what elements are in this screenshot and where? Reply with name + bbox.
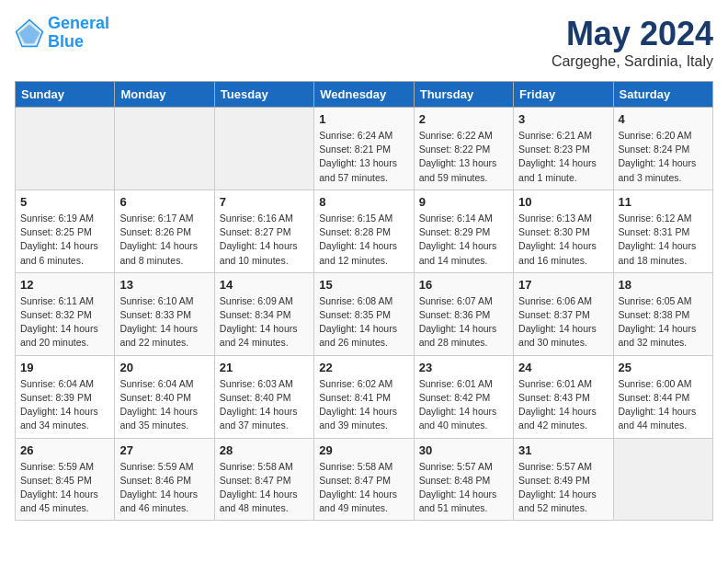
- day-info: Sunrise: 5:58 AM Sunset: 8:47 PM Dayligh…: [220, 460, 309, 516]
- calendar-cell: 24Sunrise: 6:01 AM Sunset: 8:43 PM Dayli…: [514, 355, 613, 438]
- day-info: Sunrise: 6:03 AM Sunset: 8:40 PM Dayligh…: [220, 377, 309, 433]
- day-info: Sunrise: 6:07 AM Sunset: 8:36 PM Dayligh…: [419, 294, 508, 350]
- calendar-cell: 23Sunrise: 6:01 AM Sunset: 8:42 PM Dayli…: [414, 355, 513, 438]
- day-info: Sunrise: 6:12 AM Sunset: 8:31 PM Dayligh…: [619, 212, 708, 268]
- day-info: Sunrise: 6:05 AM Sunset: 8:38 PM Dayligh…: [619, 294, 708, 350]
- calendar-cell: 7Sunrise: 6:16 AM Sunset: 8:27 PM Daylig…: [214, 190, 313, 272]
- calendar-cell: [613, 438, 712, 521]
- day-info: Sunrise: 6:10 AM Sunset: 8:33 PM Dayligh…: [119, 294, 209, 350]
- weekday-header-cell: Thursday: [414, 82, 513, 108]
- calendar-cell: 14Sunrise: 6:09 AM Sunset: 8:34 PM Dayli…: [214, 272, 313, 355]
- day-info: Sunrise: 6:11 AM Sunset: 8:32 PM Dayligh…: [20, 294, 109, 350]
- calendar-cell: 18Sunrise: 6:05 AM Sunset: 8:38 PM Dayli…: [613, 272, 712, 355]
- calendar-cell: 25Sunrise: 6:00 AM Sunset: 8:44 PM Dayli…: [613, 355, 712, 438]
- day-number: 25: [619, 361, 708, 374]
- day-number: 20: [119, 361, 209, 374]
- day-number: 10: [518, 195, 608, 209]
- day-number: 2: [419, 112, 508, 126]
- weekday-header-cell: Saturday: [613, 82, 712, 108]
- calendar-cell: 4Sunrise: 6:20 AM Sunset: 8:24 PM Daylig…: [613, 108, 712, 190]
- day-number: 4: [619, 112, 708, 126]
- calendar-cell: 11Sunrise: 6:12 AM Sunset: 8:31 PM Dayli…: [613, 190, 712, 272]
- day-info: Sunrise: 6:06 AM Sunset: 8:37 PM Dayligh…: [518, 294, 608, 350]
- weekday-header-cell: Wednesday: [314, 82, 414, 108]
- day-number: 29: [319, 443, 408, 457]
- calendar-cell: 13Sunrise: 6:10 AM Sunset: 8:33 PM Dayli…: [115, 272, 214, 355]
- weekday-header-cell: Friday: [514, 82, 613, 108]
- calendar-cell: 27Sunrise: 5:59 AM Sunset: 8:46 PM Dayli…: [115, 438, 214, 521]
- day-number: 19: [20, 361, 109, 374]
- calendar-cell: 21Sunrise: 6:03 AM Sunset: 8:40 PM Dayli…: [214, 355, 313, 438]
- day-info: Sunrise: 6:02 AM Sunset: 8:41 PM Dayligh…: [319, 377, 408, 433]
- calendar-cell: 17Sunrise: 6:06 AM Sunset: 8:37 PM Dayli…: [514, 272, 613, 355]
- calendar-cell: [16, 108, 115, 190]
- calendar-cell: 19Sunrise: 6:04 AM Sunset: 8:39 PM Dayli…: [16, 355, 115, 438]
- day-number: 23: [419, 361, 508, 374]
- calendar-cell: 16Sunrise: 6:07 AM Sunset: 8:36 PM Dayli…: [414, 272, 513, 355]
- day-info: Sunrise: 6:13 AM Sunset: 8:30 PM Dayligh…: [518, 212, 608, 268]
- calendar-week-row: 5Sunrise: 6:19 AM Sunset: 8:25 PM Daylig…: [16, 190, 713, 272]
- day-info: Sunrise: 6:21 AM Sunset: 8:23 PM Dayligh…: [518, 129, 608, 185]
- day-number: 31: [518, 443, 608, 457]
- page-header: General Blue May 2024 Cargeghe, Sardinia…: [15, 15, 713, 70]
- calendar-cell: 5Sunrise: 6:19 AM Sunset: 8:25 PM Daylig…: [16, 190, 115, 272]
- day-number: 21: [220, 361, 309, 374]
- day-number: 9: [419, 195, 508, 209]
- day-number: 26: [20, 443, 109, 457]
- day-number: 5: [20, 195, 109, 209]
- day-number: 12: [20, 278, 109, 292]
- day-info: Sunrise: 5:58 AM Sunset: 8:47 PM Dayligh…: [319, 460, 408, 516]
- day-number: 15: [319, 278, 408, 292]
- day-number: 6: [119, 195, 209, 209]
- calendar-cell: 9Sunrise: 6:14 AM Sunset: 8:29 PM Daylig…: [414, 190, 513, 272]
- day-info: Sunrise: 6:19 AM Sunset: 8:25 PM Dayligh…: [20, 212, 109, 268]
- calendar-week-row: 1Sunrise: 6:24 AM Sunset: 8:21 PM Daylig…: [16, 108, 713, 190]
- calendar-cell: 30Sunrise: 5:57 AM Sunset: 8:48 PM Dayli…: [414, 438, 513, 521]
- calendar-cell: 1Sunrise: 6:24 AM Sunset: 8:21 PM Daylig…: [314, 108, 414, 190]
- day-info: Sunrise: 6:14 AM Sunset: 8:29 PM Dayligh…: [419, 212, 508, 268]
- calendar-cell: 15Sunrise: 6:08 AM Sunset: 8:35 PM Dayli…: [314, 272, 414, 355]
- calendar-week-row: 26Sunrise: 5:59 AM Sunset: 8:45 PM Dayli…: [16, 438, 713, 521]
- day-info: Sunrise: 6:16 AM Sunset: 8:27 PM Dayligh…: [220, 212, 309, 268]
- weekday-header-cell: Tuesday: [214, 82, 313, 108]
- day-number: 24: [518, 361, 608, 374]
- day-info: Sunrise: 6:15 AM Sunset: 8:28 PM Dayligh…: [319, 212, 408, 268]
- calendar-cell: 3Sunrise: 6:21 AM Sunset: 8:23 PM Daylig…: [514, 108, 613, 190]
- day-info: Sunrise: 6:01 AM Sunset: 8:43 PM Dayligh…: [518, 377, 608, 433]
- day-number: 7: [220, 195, 309, 209]
- calendar-cell: 6Sunrise: 6:17 AM Sunset: 8:26 PM Daylig…: [115, 190, 214, 272]
- subtitle: Cargeghe, Sardinia, Italy: [552, 53, 713, 70]
- day-number: 1: [319, 112, 408, 126]
- calendar-cell: 20Sunrise: 6:04 AM Sunset: 8:40 PM Dayli…: [115, 355, 214, 438]
- day-info: Sunrise: 6:04 AM Sunset: 8:39 PM Dayligh…: [20, 377, 109, 433]
- logo: General Blue: [15, 15, 109, 52]
- calendar-cell: 2Sunrise: 6:22 AM Sunset: 8:22 PM Daylig…: [414, 108, 513, 190]
- logo-text: General Blue: [48, 15, 109, 52]
- day-number: 22: [319, 361, 408, 374]
- logo-icon: [15, 18, 44, 48]
- calendar-cell: 29Sunrise: 5:58 AM Sunset: 8:47 PM Dayli…: [314, 438, 414, 521]
- day-info: Sunrise: 5:59 AM Sunset: 8:46 PM Dayligh…: [119, 460, 209, 516]
- day-info: Sunrise: 6:22 AM Sunset: 8:22 PM Dayligh…: [419, 129, 508, 185]
- day-info: Sunrise: 6:01 AM Sunset: 8:42 PM Dayligh…: [419, 377, 508, 433]
- title-block: May 2024 Cargeghe, Sardinia, Italy: [552, 15, 713, 70]
- calendar-cell: 28Sunrise: 5:58 AM Sunset: 8:47 PM Dayli…: [214, 438, 313, 521]
- day-info: Sunrise: 6:00 AM Sunset: 8:44 PM Dayligh…: [619, 377, 708, 433]
- weekday-header-cell: Sunday: [16, 82, 115, 108]
- day-info: Sunrise: 5:59 AM Sunset: 8:45 PM Dayligh…: [20, 460, 109, 516]
- calendar-cell: 22Sunrise: 6:02 AM Sunset: 8:41 PM Dayli…: [314, 355, 414, 438]
- calendar-cell: 26Sunrise: 5:59 AM Sunset: 8:45 PM Dayli…: [16, 438, 115, 521]
- calendar-week-row: 19Sunrise: 6:04 AM Sunset: 8:39 PM Dayli…: [16, 355, 713, 438]
- calendar-cell: 31Sunrise: 5:57 AM Sunset: 8:49 PM Dayli…: [514, 438, 613, 521]
- day-info: Sunrise: 5:57 AM Sunset: 8:49 PM Dayligh…: [518, 460, 608, 516]
- day-info: Sunrise: 6:24 AM Sunset: 8:21 PM Dayligh…: [319, 129, 408, 185]
- calendar-cell: 12Sunrise: 6:11 AM Sunset: 8:32 PM Dayli…: [16, 272, 115, 355]
- calendar-cell: 10Sunrise: 6:13 AM Sunset: 8:30 PM Dayli…: [514, 190, 613, 272]
- calendar-cell: [214, 108, 313, 190]
- day-info: Sunrise: 6:08 AM Sunset: 8:35 PM Dayligh…: [319, 294, 408, 350]
- calendar-cell: [115, 108, 214, 190]
- day-number: 27: [119, 443, 209, 457]
- day-info: Sunrise: 6:20 AM Sunset: 8:24 PM Dayligh…: [619, 129, 708, 185]
- calendar-table: SundayMondayTuesdayWednesdayThursdayFrid…: [15, 81, 713, 521]
- day-number: 11: [619, 195, 708, 209]
